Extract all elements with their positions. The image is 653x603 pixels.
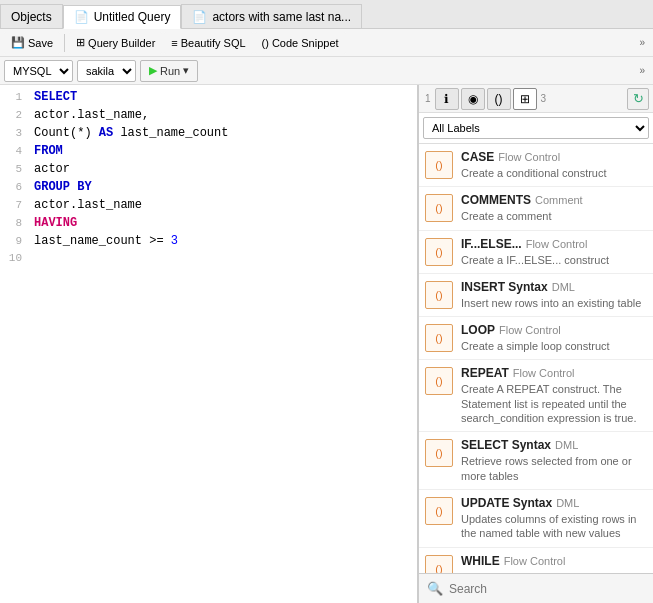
snippet-desc: Insert new rows into an existing table	[461, 296, 647, 310]
snippet-info: INSERT SyntaxDMLInsert new rows into an …	[461, 280, 647, 310]
mysql-selector[interactable]: MYSQL	[4, 60, 73, 82]
code-line-1: 1SELECT	[0, 89, 417, 107]
snippet-label: Flow Control	[499, 324, 561, 336]
snippet-label: Comment	[535, 194, 583, 206]
line-content[interactable]: actor	[30, 162, 70, 176]
snippet-name: COMMENTSComment	[461, 193, 647, 207]
query-tab-icon: 📄	[74, 10, 89, 24]
run-icon: ▶	[149, 64, 157, 77]
snippet-name: IF...ELSE...Flow Control	[461, 237, 647, 251]
refresh-icon: ↻	[633, 91, 644, 106]
snippet-name: LOOPFlow Control	[461, 323, 647, 337]
snippet-info: LOOPFlow ControlCreate a simple loop con…	[461, 323, 647, 353]
line-number: 5	[0, 163, 30, 175]
refresh-button[interactable]: ↻	[627, 88, 649, 110]
code-line-6: 6GROUP BY	[0, 179, 417, 197]
snippet-name: CASEFlow Control	[461, 150, 647, 164]
preview-tab-button[interactable]: ◉	[461, 88, 485, 110]
run-button[interactable]: ▶ Run ▾	[140, 60, 198, 82]
query-builder-icon: ⊞	[76, 36, 85, 49]
tab-bar: Objects 📄 Untitled Query 📄 actors with s…	[0, 0, 653, 29]
code-editor[interactable]: 1SELECT2actor.last_name,3Count(*) AS las…	[0, 85, 418, 603]
snippet-icon: ()	[425, 324, 453, 352]
snippet-item-comments[interactable]: ()COMMENTSCommentCreate a comment	[419, 187, 653, 230]
snippet-item-if-else[interactable]: ()IF...ELSE...Flow ControlCreate a IF...…	[419, 231, 653, 274]
snippet-list: ()CASEFlow ControlCreate a conditional c…	[419, 144, 653, 573]
snippet-label: Flow Control	[498, 151, 560, 163]
beautify-icon: ≡	[171, 37, 177, 49]
label-selector[interactable]: All LabelsFlow ControlDMLComment	[423, 117, 649, 139]
toolbar-expand-icon[interactable]: »	[635, 35, 649, 50]
code-line-3: 3Count(*) AS last_name_count	[0, 125, 417, 143]
eye-icon: ◉	[468, 92, 478, 106]
line-content[interactable]: actor.last_name,	[30, 108, 149, 122]
snippet-icon: ()	[425, 194, 453, 222]
snippet-desc: Create a simple loop construct	[461, 339, 647, 353]
snippet-desc: Create a comment	[461, 209, 647, 223]
snippet-name: SELECT SyntaxDML	[461, 438, 647, 452]
code-line-8: 8HAVING	[0, 215, 417, 233]
code-snippet-button[interactable]: () Code Snippet	[255, 32, 346, 54]
snippet-item-case[interactable]: ()CASEFlow ControlCreate a conditional c…	[419, 144, 653, 187]
line-number: 2	[0, 109, 30, 121]
snippet-info: IF...ELSE...Flow ControlCreate a IF...EL…	[461, 237, 647, 267]
line-number: 3	[0, 127, 30, 139]
tab-objects[interactable]: Objects	[0, 4, 63, 28]
snippet-item-while[interactable]: ()WHILEFlow ControlCreate a WHILE constr…	[419, 548, 653, 573]
database-selector[interactable]: sakila	[77, 60, 136, 82]
code-line-10: 10	[0, 251, 417, 269]
line-number: 8	[0, 217, 30, 229]
objects-tab-label: Objects	[11, 10, 52, 24]
table-icon: ⊞	[520, 92, 530, 106]
right-panel-tabs: 1 ℹ ◉ () ⊞ 3 ↻	[419, 85, 653, 113]
snippet-desc: Create A REPEAT construct. The Statement…	[461, 382, 647, 425]
query-builder-button[interactable]: ⊞ Query Builder	[69, 32, 162, 54]
beautify-sql-button[interactable]: ≡ Beautify SQL	[164, 32, 252, 54]
search-input[interactable]	[449, 582, 645, 596]
snippet-item-select-syntax[interactable]: ()SELECT SyntaxDMLRetrieve rows selected…	[419, 432, 653, 490]
info-tab-button[interactable]: ℹ	[435, 88, 459, 110]
snippet-info: SELECT SyntaxDMLRetrieve rows selected f…	[461, 438, 647, 483]
search-icon: 🔍	[427, 581, 443, 596]
snippet-icon: ()	[425, 439, 453, 467]
snippet-icon: ()	[425, 281, 453, 309]
line-content[interactable]: GROUP BY	[30, 180, 92, 194]
snippet-name: REPEATFlow Control	[461, 366, 647, 380]
untitled-query-tab-label: Untitled Query	[94, 10, 171, 24]
snippet-desc: Create a IF...ELSE... construct	[461, 253, 647, 267]
snippet-label: DML	[552, 281, 575, 293]
info-icon: ℹ	[444, 92, 449, 106]
line-content[interactable]: actor.last_name	[30, 198, 142, 212]
toolbar2-expand-icon[interactable]: »	[635, 63, 649, 78]
snippet-item-insert-syntax[interactable]: ()INSERT SyntaxDMLInsert new rows into a…	[419, 274, 653, 317]
tab-untitled-query[interactable]: 📄 Untitled Query	[63, 5, 182, 29]
code-tab-button[interactable]: ()	[487, 88, 511, 110]
line-content[interactable]: FROM	[30, 144, 63, 158]
snippet-info: COMMENTSCommentCreate a comment	[461, 193, 647, 223]
tab-actors-query[interactable]: 📄 actors with same last na...	[181, 4, 362, 28]
snippet-label: DML	[556, 497, 579, 509]
snippet-item-update-syntax[interactable]: ()UPDATE SyntaxDMLUpdates columns of exi…	[419, 490, 653, 548]
toolbar-row1: 💾 Save ⊞ Query Builder ≡ Beautify SQL ()…	[0, 29, 653, 57]
snippet-item-repeat[interactable]: ()REPEATFlow ControlCreate A REPEAT cons…	[419, 360, 653, 432]
line-number: 9	[0, 235, 30, 247]
line-number: 10	[0, 252, 30, 264]
line-content[interactable]: SELECT	[30, 90, 77, 104]
right-panel: 1 ℹ ◉ () ⊞ 3 ↻ All LabelsFlow ControlDML…	[418, 85, 653, 603]
snippet-info: WHILEFlow ControlCreate a WHILE construc…	[461, 554, 647, 573]
toolbar-row2: MYSQL sakila ▶ Run ▾ »	[0, 57, 653, 85]
snippet-name: UPDATE SyntaxDML	[461, 496, 647, 510]
snippet-info: UPDATE SyntaxDMLUpdates columns of exist…	[461, 496, 647, 541]
table-tab-button[interactable]: ⊞	[513, 88, 537, 110]
line-content[interactable]: HAVING	[30, 216, 77, 230]
line-content[interactable]: Count(*) AS last_name_count	[30, 126, 228, 140]
code-icon: ()	[495, 92, 503, 106]
snippet-icon: ()	[425, 555, 453, 573]
snippet-item-loop[interactable]: ()LOOPFlow ControlCreate a simple loop c…	[419, 317, 653, 360]
snippet-desc: Updates columns of existing rows in the …	[461, 512, 647, 541]
snippet-desc: Retrieve rows selected from one or more …	[461, 454, 647, 483]
line-content[interactable]: last_name_count >= 3	[30, 234, 178, 248]
save-button[interactable]: 💾 Save	[4, 32, 60, 54]
code-line-5: 5actor	[0, 161, 417, 179]
snippet-label: DML	[555, 439, 578, 451]
